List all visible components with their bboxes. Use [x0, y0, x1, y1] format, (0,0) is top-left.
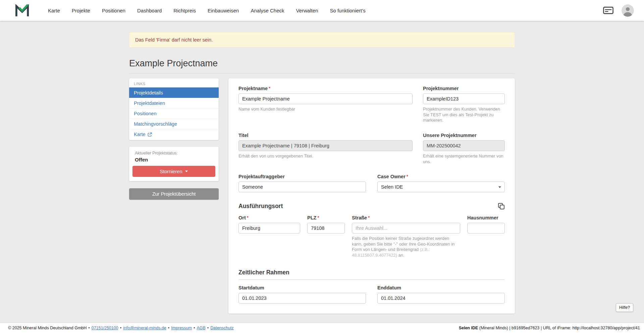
stornieren-button-label: Stornieren	[160, 169, 182, 174]
projektname-input[interactable]	[238, 93, 413, 104]
projektname-helper: Name vom Kunden festlegbar	[238, 107, 413, 112]
nav-item-richtpreis[interactable]: Richtpreis	[173, 8, 196, 13]
chevron-down-icon	[498, 186, 501, 188]
projektauftraggeber-label: Projektauftraggeber	[238, 174, 366, 179]
nav-item-projekte[interactable]: Projekte	[72, 8, 90, 13]
ausfuehrungsort-row: Ort* PLZ* Straße*	[238, 215, 505, 258]
unsere-projektnummer-helper: Erhält eine systemgenerierte Nummer von …	[423, 153, 505, 164]
strasse-label-text: Straße	[352, 215, 367, 220]
footer-session-details: (Mineral Minds) | b91695ed7623 | URL of …	[478, 326, 640, 330]
hausnummer-input[interactable]	[467, 223, 505, 234]
startdatum-input[interactable]	[238, 293, 366, 304]
footer-datenschutz-link[interactable]: Datenschutz	[210, 326, 233, 330]
user-avatar[interactable]	[622, 4, 634, 17]
case-owner-value: Selen IDE	[381, 184, 403, 190]
ausfuehrungsort-section-head: Ausführungsort	[238, 202, 505, 210]
sidebar-item-projektdetails[interactable]: Projektdetails	[129, 87, 219, 98]
project-details-card: Projektname* Name vom Kunden festlegbar …	[228, 78, 515, 314]
projektname-label-text: Projektname	[238, 86, 268, 91]
footer-agb-link[interactable]: AGB	[197, 326, 205, 330]
strasse-helper-suffix: an.	[397, 253, 404, 258]
main-nav: Karte Projekte Positionen Dashboard Rich…	[48, 8, 603, 13]
required-marker: *	[247, 215, 249, 220]
nav-item-einbauweisen[interactable]: Einbauweisen	[208, 8, 239, 13]
zeitlicher-rahmen-heading: Zeitlicher Rahmen	[238, 269, 505, 276]
footer-separator: •	[194, 326, 195, 330]
links-card: LINKS Projektdetails Projektdateien Posi…	[129, 78, 219, 140]
ort-input[interactable]	[238, 223, 300, 234]
projektnummer-input[interactable]	[423, 93, 505, 104]
projektauftraggeber-input[interactable]	[238, 182, 366, 192]
zeitlicher-rahmen-divider	[238, 279, 505, 280]
sidebar: LINKS Projektdetails Projektdateien Posi…	[129, 78, 219, 200]
ort-label: Ort*	[238, 215, 300, 220]
titel-helper: Erhält den von uns vorgegebenen Titel.	[238, 153, 413, 159]
ausfuehrungsort-heading: Ausführungsort	[238, 203, 283, 210]
required-marker: *	[317, 215, 319, 220]
top-nav: Karte Projekte Positionen Dashboard Rich…	[0, 0, 644, 21]
strasse-helper-main: Falls die Position keiner Straße zugeord…	[352, 236, 454, 252]
footer-impressum-link[interactable]: Impressum	[171, 326, 192, 330]
title-divider	[129, 73, 515, 74]
nav-item-positionen[interactable]: Positionen	[102, 8, 125, 13]
stornieren-button[interactable]: Stornieren	[132, 166, 215, 177]
form-row-1: Projektname* Name vom Kunden festlegbar …	[238, 86, 505, 123]
sidebar-item-projektdateien[interactable]: Projektdateien	[129, 98, 219, 108]
footer-separator: •	[88, 326, 90, 330]
footer-separator: •	[207, 326, 209, 330]
projektnummer-helper: Projektnummer des Kunden. Verwenden Sie …	[423, 107, 505, 123]
projektname-label: Projektname*	[238, 86, 413, 91]
status-label: Aktueller Projektstatus:	[132, 151, 215, 155]
titel-label: Titel	[238, 133, 413, 138]
card-reader-icon[interactable]	[603, 7, 613, 14]
strasse-input[interactable]	[352, 223, 460, 234]
case-owner-label: Case Owner*	[377, 174, 505, 179]
titel-input	[238, 140, 413, 151]
layout-row: LINKS Projektdetails Projektdateien Posi…	[129, 78, 515, 314]
sidebar-item-matchingvorschlaege[interactable]: Matchingvorschläge	[129, 119, 219, 129]
copy-icon[interactable]	[497, 202, 505, 210]
sidebar-item-positionen[interactable]: Positionen	[129, 108, 219, 119]
enddatum-label: Enddatum	[377, 285, 505, 290]
links-header: LINKS	[129, 78, 219, 87]
status-value: Offen	[132, 157, 215, 162]
footer-separator: •	[168, 326, 169, 330]
unsere-projektnummer-input	[423, 140, 505, 151]
form-row-2: Titel Erhält den von uns vorgegebenen Ti…	[238, 133, 505, 164]
case-owner-select[interactable]: Selen IDE	[377, 182, 505, 192]
content-container: Das Feld 'Firma' darf nicht leer sein. E…	[129, 32, 515, 314]
external-link-icon	[148, 132, 152, 137]
page-footer: © 2025 Mineral Minds Deutschland GmbH • …	[0, 323, 644, 333]
validation-alert: Das Feld 'Firma' darf nicht leer sein.	[129, 32, 515, 48]
nav-item-so-funktionierts[interactable]: So funktioniert's	[330, 8, 365, 13]
case-owner-label-text: Case Owner	[377, 174, 406, 179]
enddatum-input[interactable]	[377, 293, 505, 304]
alert-message: Das Feld 'Firma' darf nicht leer sein.	[135, 37, 213, 43]
footer-email-link[interactable]: info@mineral-minds.de	[123, 326, 166, 330]
strasse-helper: Falls die Position keiner Straße zugeord…	[352, 236, 460, 258]
strasse-label: Straße*	[352, 215, 460, 220]
footer-user-name: Selen IDE	[459, 326, 478, 330]
person-icon	[622, 4, 634, 17]
footer-phone-link[interactable]: 07151/250100	[92, 326, 118, 330]
plz-input[interactable]	[307, 223, 345, 234]
required-marker: *	[368, 215, 370, 220]
help-button[interactable]: Hilfe?	[616, 303, 633, 312]
main-area: Das Feld 'Firma' darf nicht leer sein. E…	[0, 21, 644, 323]
project-overview-button[interactable]: Zur Projektübersicht	[129, 188, 219, 200]
mineral-minds-logo[interactable]	[15, 4, 29, 17]
form-row-3: Projektauftraggeber Case Owner* Selen ID…	[238, 174, 505, 192]
nav-item-verwalten[interactable]: Verwalten	[296, 8, 318, 13]
sidebar-item-karte[interactable]: Karte	[129, 129, 219, 139]
plz-label: PLZ*	[307, 215, 345, 220]
footer-left: © 2025 Mineral Minds Deutschland GmbH • …	[8, 326, 234, 330]
nav-item-karte[interactable]: Karte	[48, 8, 60, 13]
footer-copyright: © 2025 Mineral Minds Deutschland GmbH	[8, 326, 87, 330]
unsere-projektnummer-label: Unsere Projektnummer	[423, 133, 505, 138]
projektnummer-label: Projektnummer	[423, 86, 505, 91]
sidebar-item-karte-label: Karte	[134, 132, 146, 137]
nav-item-analyse-check[interactable]: Analyse Check	[251, 8, 284, 13]
nav-item-dashboard[interactable]: Dashboard	[137, 8, 162, 13]
startdatum-label: Startdatum	[238, 285, 366, 290]
nav-right	[603, 4, 634, 17]
